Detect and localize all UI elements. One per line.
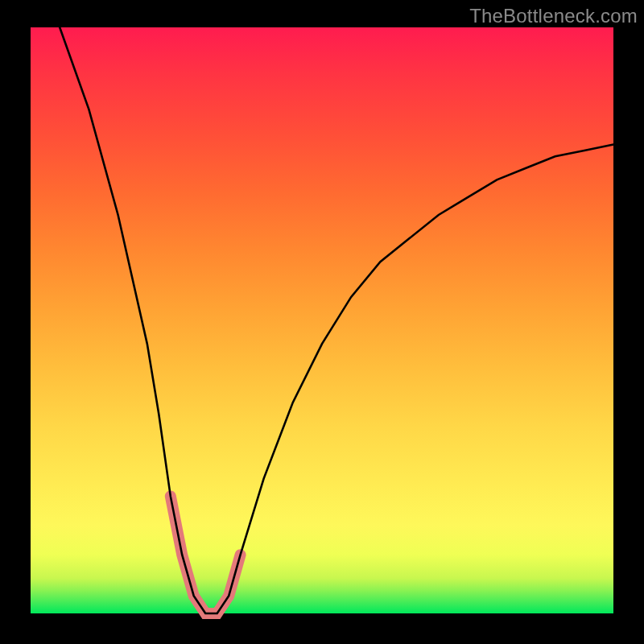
curve-layer [31,27,613,613]
watermark-text: TheBottleneck.com [469,5,638,27]
optimal-range-highlight [171,496,241,613]
bottleneck-curve [60,27,613,613]
chart-frame: TheBottleneck.com [0,0,644,644]
